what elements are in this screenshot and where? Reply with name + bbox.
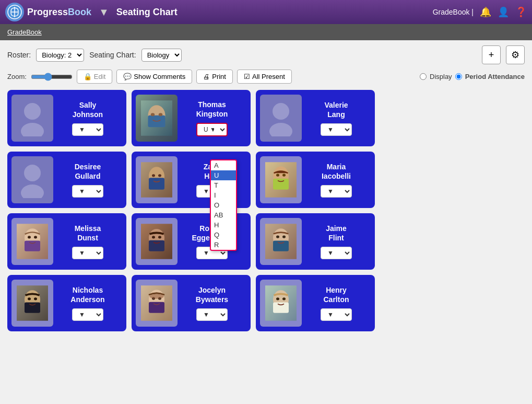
zoom-label: Zoom: xyxy=(7,73,27,80)
logo-text: ProgressBook xyxy=(27,7,91,18)
student-name-maria: MariaIacobelli xyxy=(322,162,351,181)
attendance-select-thomas[interactable]: U ▼ xyxy=(196,123,228,136)
svg-point-17 xyxy=(152,174,155,177)
student-photo-desiree xyxy=(11,156,53,203)
user-icon[interactable]: 👤 xyxy=(498,6,509,18)
edit-button[interactable]: 🔒 Edit xyxy=(77,70,112,84)
breadcrumb-bar: GradeBook xyxy=(0,24,532,40)
attendance-select-jocelyn[interactable]: ▼ xyxy=(196,308,228,321)
show-comments-button[interactable]: 💬 Show Comments xyxy=(116,70,192,84)
attendance-select-jaime[interactable]: ▼ xyxy=(321,247,352,259)
attendance-select-henry[interactable]: ▼ xyxy=(321,308,352,321)
svg-rect-46 xyxy=(149,302,164,313)
dropdown-options-list: A U T I O AB H Q R xyxy=(211,160,236,250)
seat-info-maria: MariaIacobelli ▼ xyxy=(302,162,371,198)
seat-thomas: ThomasKingston U ▼ xyxy=(132,90,251,146)
main-content: Roster: Biology: 2 Seating Chart: Biolog… xyxy=(0,40,532,337)
option-A[interactable]: A xyxy=(211,160,236,170)
bell-icon[interactable]: 🔔 xyxy=(480,6,491,18)
svg-point-53 xyxy=(276,297,279,300)
seat-info-jaime: JaimeFlint ▼ xyxy=(302,224,371,259)
attendance-select-sally[interactable]: ▼AUT xyxy=(72,123,103,136)
seating-chart-select[interactable]: Biology xyxy=(141,49,182,62)
svg-rect-16 xyxy=(149,178,164,190)
help-icon[interactable]: ❓ xyxy=(515,6,527,18)
action-row: Zoom: 🔒 Edit 💬 Show Comments 🖨 Print ☑ A… xyxy=(7,70,525,84)
attendance-dropdown-overlay[interactable]: A U T I O AB H Q R xyxy=(210,159,237,251)
breadcrumb-text[interactable]: GradeBook xyxy=(7,28,42,36)
seating-chart-label: Seating Chart: xyxy=(89,51,136,59)
attendance-select-maria[interactable]: ▼ xyxy=(321,185,352,198)
seat-info-thomas: ThomasKingston U ▼ xyxy=(178,100,246,136)
period-attendance-radio[interactable] xyxy=(455,73,462,80)
option-H[interactable]: H xyxy=(211,220,236,230)
lock-icon: 🔒 xyxy=(84,73,92,80)
option-Q[interactable]: Q xyxy=(211,230,236,240)
svg-rect-41 xyxy=(25,303,40,313)
attendance-select-nicholas[interactable]: ▼ xyxy=(72,308,103,321)
option-I[interactable]: I xyxy=(211,190,236,200)
option-O[interactable]: O xyxy=(211,200,236,210)
roster-select[interactable]: Biology: 2 xyxy=(36,49,84,62)
toolbar-row: Roster: Biology: 2 Seating Chart: Biolog… xyxy=(7,45,525,64)
seat-melissa: MelissaDunst ▼ xyxy=(7,213,126,270)
option-T[interactable]: T xyxy=(211,180,236,190)
svg-point-9 xyxy=(159,113,163,116)
svg-point-10 xyxy=(273,103,289,120)
student-name-jaime: JaimeFlint xyxy=(326,224,347,243)
svg-rect-52 xyxy=(273,303,289,313)
zoom-slider[interactable] xyxy=(31,73,73,81)
option-R[interactable]: R xyxy=(211,240,236,250)
svg-rect-26 xyxy=(25,241,40,251)
svg-point-33 xyxy=(158,236,161,238)
svg-point-4 xyxy=(21,123,44,136)
seat-info-melissa: MelissaDunst ▼ xyxy=(53,224,122,259)
attendance-select-valerie[interactable]: ▼ xyxy=(321,123,352,136)
attendance-select-melissa[interactable]: ▼ xyxy=(72,247,103,259)
svg-rect-31 xyxy=(149,240,164,251)
seat-info-jocelyn: JocelynBywaters ▼ xyxy=(178,285,246,321)
print-button[interactable]: 🖨 Print xyxy=(196,70,233,84)
attendance-select-desiree[interactable]: ▼ xyxy=(72,185,103,198)
option-AB[interactable]: AB xyxy=(211,210,236,220)
all-present-button[interactable]: ☑ All Present xyxy=(237,70,292,84)
student-photo-melissa xyxy=(11,218,53,265)
checkbox-icon: ☑ xyxy=(244,73,250,80)
display-radio[interactable] xyxy=(420,73,427,80)
seat-info-sally: SallyJohnson ▼AUT xyxy=(53,100,122,136)
student-photo-maria xyxy=(260,156,302,203)
student-photo-nicholas xyxy=(11,280,53,327)
add-button[interactable]: + xyxy=(482,45,501,64)
svg-point-12 xyxy=(24,165,41,181)
student-name-thomas: ThomasKingston xyxy=(196,100,228,119)
svg-point-37 xyxy=(276,235,279,238)
seat-sally: SallyJohnson ▼AUT xyxy=(7,90,126,146)
page-title: Seating Chart xyxy=(116,7,178,18)
comment-icon: 💬 xyxy=(123,73,132,80)
display-radio-label[interactable]: Display xyxy=(430,73,452,80)
svg-point-38 xyxy=(282,235,286,238)
student-photo-jocelyn xyxy=(136,280,178,327)
gradebook-nav-link[interactable]: GradeBook | xyxy=(433,8,474,16)
nav-left: ProgressBook ▼ Seating Chart xyxy=(5,3,178,21)
nav-divider: ▼ xyxy=(99,6,109,18)
student-name-sally: SallyJohnson xyxy=(73,100,103,119)
seat-henry: HenryCarlton ▼ xyxy=(256,275,375,331)
student-photo-thomas xyxy=(136,95,178,142)
settings-button[interactable]: ⚙ xyxy=(506,45,525,64)
seat-info-valerie: ValerieLang ▼ xyxy=(302,100,371,136)
student-name-valerie: ValerieLang xyxy=(324,100,348,119)
seat-valerie: ValerieLang ▼ xyxy=(256,90,375,146)
seat-jaime: JaimeFlint ▼ xyxy=(256,213,375,270)
student-name-nicholas: NicholasAnderson xyxy=(70,285,104,304)
option-U[interactable]: U xyxy=(211,170,236,180)
logo-icon xyxy=(5,3,24,21)
student-name-desiree: DesireeGullard xyxy=(75,162,101,181)
print-icon: 🖨 xyxy=(203,73,210,80)
student-photo-henry xyxy=(260,280,302,327)
seat-info-henry: HenryCarlton ▼ xyxy=(302,285,371,321)
svg-point-32 xyxy=(152,236,155,238)
svg-point-22 xyxy=(276,174,279,176)
period-attendance-label[interactable]: Period Attendance xyxy=(465,73,525,80)
svg-point-28 xyxy=(34,236,37,238)
